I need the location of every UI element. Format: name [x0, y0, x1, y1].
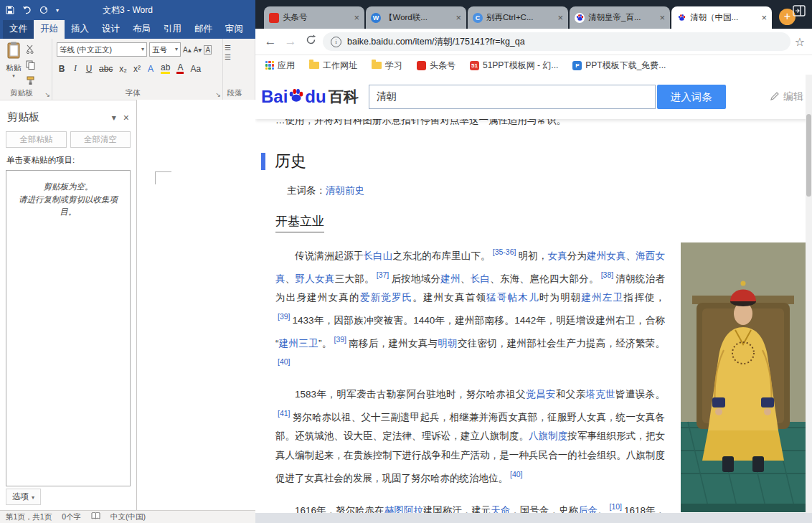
grow-font-icon[interactable]: A▴: [183, 46, 192, 54]
tab-references[interactable]: 引用: [157, 19, 188, 39]
status-language[interactable]: 中文(中国): [110, 512, 146, 522]
reference-link[interactable]: [39]: [334, 335, 346, 344]
bookmark-folder-study[interactable]: 学习: [372, 60, 402, 72]
entry-link[interactable]: 建州: [440, 273, 461, 283]
pane-options-button[interactable]: 选项▾: [6, 489, 41, 505]
browser-tab-1[interactable]: 头条号 ×: [264, 6, 364, 29]
browser-tab-4[interactable]: 清朝皇帝_百... ×: [570, 6, 670, 29]
baike-search-input[interactable]: [369, 91, 655, 103]
copy-icon[interactable]: [26, 60, 35, 72]
text-effects-button[interactable]: A: [147, 64, 154, 74]
status-page-count[interactable]: 第1页，共1页: [6, 512, 52, 522]
tab-close-icon[interactable]: ×: [455, 13, 461, 22]
change-case-button[interactable]: Aa: [190, 64, 201, 74]
entry-link[interactable]: 天命: [491, 504, 510, 513]
bookmark-star-icon[interactable]: ☆: [795, 35, 805, 49]
entry-link[interactable]: 赫图阿拉: [384, 504, 423, 513]
edit-link[interactable]: 编辑: [770, 90, 803, 103]
tab-close-icon[interactable]: ×: [761, 13, 767, 22]
browser-tab-5-active[interactable]: 清朝（中国... ×: [671, 6, 772, 29]
font-dialog-launcher[interactable]: ↘: [215, 91, 221, 98]
entry-link[interactable]: 野人女真: [296, 273, 335, 283]
bookmark-toutiao[interactable]: 头条号: [417, 60, 455, 72]
entry-link[interactable]: 建州女真: [587, 250, 626, 261]
back-button[interactable]: ←: [263, 34, 278, 49]
highlight-color-button[interactable]: ab: [161, 64, 170, 74]
emperor-portrait-image[interactable]: [681, 242, 806, 513]
baike-logo[interactable]: Bai du 百科: [261, 88, 359, 106]
entry-link[interactable]: 觉昌安: [526, 389, 556, 400]
entry-link[interactable]: 长白山: [363, 250, 392, 261]
entry-link[interactable]: 女真: [548, 250, 567, 261]
tab-close-icon[interactable]: ×: [557, 13, 563, 22]
scrollbar-thumb[interactable]: [806, 114, 811, 197]
reference-link[interactable]: [40]: [510, 470, 523, 479]
underline-button[interactable]: U: [85, 64, 93, 74]
font-name-combo[interactable]: 等线 (中文正文)▾: [57, 42, 147, 57]
phonetic-guide-icon[interactable]: A: [204, 45, 212, 55]
cut-icon[interactable]: [26, 44, 35, 57]
clipboard-dialog-launcher[interactable]: ↘: [44, 91, 50, 98]
forward-button[interactable]: →: [283, 34, 298, 49]
address-bar[interactable]: i baike.baidu.com/item/清朝/175141?fr=kg_q…: [323, 32, 790, 51]
site-info-icon[interactable]: i: [331, 37, 341, 47]
paste-button[interactable]: 粘贴 ▾: [1, 42, 26, 88]
proofing-icon[interactable]: [91, 512, 100, 522]
reference-link[interactable]: [38]: [601, 270, 614, 279]
superscript-button[interactable]: x²: [133, 64, 141, 74]
entry-link[interactable]: 长白: [471, 273, 491, 283]
font-size-combo[interactable]: 五号▾: [149, 42, 181, 57]
pane-close-icon[interactable]: ×: [123, 112, 129, 123]
tab-design[interactable]: 设计: [95, 19, 126, 39]
shrink-font-icon[interactable]: A▾: [194, 46, 202, 54]
tab-file[interactable]: 文件: [3, 19, 34, 39]
entry-link[interactable]: 后金: [578, 504, 598, 513]
entry-link[interactable]: 建州左卫: [582, 292, 624, 303]
bold-button[interactable]: B: [58, 64, 65, 74]
tab-close-icon[interactable]: ×: [659, 13, 665, 22]
reference-link[interactable]: [35-36]: [493, 248, 516, 256]
subscript-button[interactable]: x₂: [119, 64, 127, 74]
status-word-count[interactable]: 0个字: [62, 512, 81, 522]
tab-review[interactable]: 审阅: [219, 19, 250, 39]
clear-all-button[interactable]: 全部清空: [70, 131, 131, 148]
tab-insert[interactable]: 插入: [65, 19, 95, 39]
browser-tab-2[interactable]: W 【Word联... ×: [366, 6, 466, 29]
tab-close-icon[interactable]: ×: [354, 13, 359, 22]
entry-link[interactable]: 八旗制度: [529, 430, 567, 441]
browser-panel-icon[interactable]: [793, 5, 806, 19]
tab-mailings[interactable]: 邮件: [188, 19, 219, 39]
paste-all-button[interactable]: 全部粘贴: [6, 131, 67, 148]
entry-link[interactable]: 猛哥帖木儿: [486, 292, 539, 303]
entry-link[interactable]: 明朝: [438, 337, 458, 348]
reference-link[interactable]: [37]: [377, 270, 390, 279]
bookmark-51ppt[interactable]: 5151PPT模板网 - 幻...: [470, 60, 558, 72]
reference-link[interactable]: [39]: [278, 312, 291, 321]
section-heading-history: 历史: [261, 151, 806, 172]
main-entry-link[interactable]: 清朝前史: [326, 185, 364, 196]
tab-layout[interactable]: 布局: [126, 19, 157, 39]
pane-dropdown-icon[interactable]: ▾: [112, 113, 116, 123]
document-canvas[interactable]: [137, 100, 255, 511]
bookmark-ppt-download[interactable]: PPPT模板下载_免费...: [572, 60, 666, 72]
strikethrough-button[interactable]: abc: [99, 64, 113, 74]
reload-button[interactable]: [303, 34, 318, 49]
italic-button[interactable]: I: [72, 63, 79, 74]
reference-link[interactable]: [40]: [278, 357, 291, 366]
bookmark-folder-work[interactable]: 工作网址: [309, 60, 357, 72]
font-color-button[interactable]: A: [176, 64, 184, 74]
entry-link[interactable]: 爱新觉罗氏: [360, 292, 413, 303]
entry-link[interactable]: 建州三卫: [279, 337, 318, 348]
bullets-icon[interactable]: ☰☰: [225, 43, 253, 62]
body-text: 1583年，明军袭击古勒寨阿台驻地时，努尔哈赤祖父: [295, 389, 526, 400]
bookmark-apps[interactable]: 应用: [265, 60, 295, 72]
reference-link[interactable]: [10]: [609, 502, 622, 511]
entry-link[interactable]: 塔克世: [585, 389, 615, 400]
paste-dropdown-caret[interactable]: ▾: [1, 73, 26, 79]
reference-link[interactable]: [41]: [278, 409, 291, 418]
enter-entry-button[interactable]: 进入词条: [657, 85, 726, 109]
tab-home[interactable]: 开始: [34, 19, 65, 39]
format-painter-icon[interactable]: [26, 75, 35, 88]
browser-tab-3[interactable]: C 别再Ctrl+C... ×: [468, 6, 568, 29]
page-scrollbar[interactable]: [806, 75, 812, 513]
